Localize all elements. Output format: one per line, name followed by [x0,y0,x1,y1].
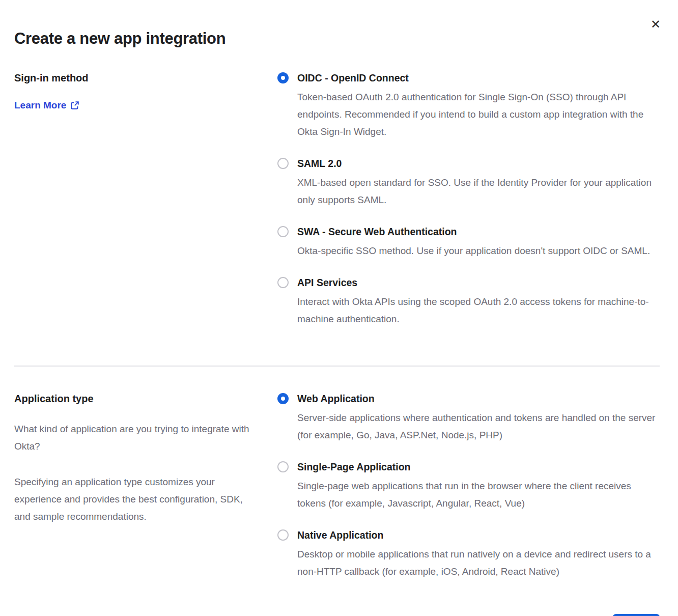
radio-label[interactable]: Web Application [297,392,375,406]
radio-label[interactable]: SWA - Secure Web Authentication [297,225,457,239]
radio-button[interactable] [277,393,289,404]
signin-option-saml: SAML 2.0 XML-based open standard for SSO… [277,157,660,209]
radio-description: XML-based open standard for SSO. Use if … [297,174,660,209]
apptype-option-native-radio[interactable]: Native Application [277,528,660,542]
application-type-question: What kind of application are you trying … [14,421,257,455]
apptype-option-spa-radio[interactable]: Single-Page Application [277,460,660,474]
signin-option-api-services: API Services Interact with Okta APIs usi… [277,276,660,328]
radio-button[interactable] [277,529,289,541]
radio-label[interactable]: OIDC - OpenID Connect [297,71,409,85]
signin-option-saml-radio[interactable]: SAML 2.0 [277,157,660,171]
radio-description: Desktop or mobile applications that run … [297,546,660,580]
apptype-option-spa: Single-Page Application Single-page web … [277,460,660,512]
application-type-label: Application type [14,392,257,405]
close-icon[interactable]: ✕ [651,18,661,31]
radio-button[interactable] [277,226,289,237]
apptype-option-web: Web Application Server-side applications… [277,392,660,444]
radio-description: Token-based OAuth 2.0 authentication for… [297,89,660,141]
radio-description: Single-page web applications that run in… [297,478,660,512]
radio-description: Interact with Okta APIs using the scoped… [297,293,660,328]
learn-more-label: Learn More [14,100,66,111]
radio-label[interactable]: SAML 2.0 [297,157,342,171]
application-type-section: Application type What kind of applicatio… [14,392,660,580]
apptype-option-web-radio[interactable]: Web Application [277,392,660,406]
radio-label[interactable]: Native Application [297,528,383,542]
learn-more-link[interactable]: Learn More [14,100,79,111]
external-link-icon [70,101,79,110]
apptype-option-native: Native Application Desktop or mobile app… [277,528,660,580]
signin-method-section: Sign-in method Learn More OIDC - OpenID … [14,71,660,328]
signin-option-swa: SWA - Secure Web Authentication Okta-spe… [277,225,660,260]
signin-option-api-services-radio[interactable]: API Services [277,276,660,290]
signin-option-oidc: OIDC - OpenID Connect Token-based OAuth … [277,71,660,141]
radio-description: Server-side applications where authentic… [297,409,660,444]
next-button[interactable]: Next [613,614,660,616]
radio-label[interactable]: Single-Page Application [297,460,410,474]
signin-option-swa-radio[interactable]: SWA - Secure Web Authentication [277,225,660,239]
dialog-footer: Cancel Next [14,614,660,616]
page-title: Create a new app integration [14,30,660,48]
application-type-explainer: Specifying an application type customize… [14,473,257,525]
radio-label[interactable]: API Services [297,276,357,290]
radio-button[interactable] [277,461,289,472]
signin-method-label: Sign-in method [14,71,257,85]
radio-button[interactable] [277,72,289,83]
radio-button[interactable] [277,277,289,288]
section-divider [14,366,660,367]
signin-option-oidc-radio[interactable]: OIDC - OpenID Connect [277,71,660,85]
create-app-integration-dialog: ✕ Create a new app integration Sign-in m… [0,0,678,616]
radio-description: Okta-specific SSO method. Use if your ap… [297,242,660,260]
radio-button[interactable] [277,158,289,169]
